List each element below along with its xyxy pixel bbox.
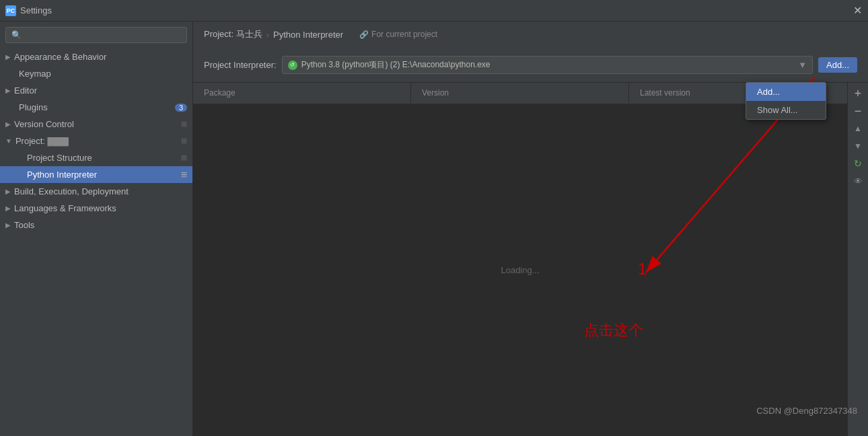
copy-icon: ⊞	[181, 137, 187, 145]
table-body: Loading...	[193, 104, 847, 436]
link-icon: 🔗	[359, 30, 369, 39]
interpreter-select[interactable]: ↺ Python 3.8 (python项目) (2) E:\Anaconda\…	[282, 56, 813, 74]
for-current-project: 🔗 For current project	[359, 30, 437, 39]
plugins-badge: 3	[175, 104, 187, 112]
sidebar-item-label: Build, Execution, Deployment	[14, 186, 129, 196]
copy-icon: ⊞	[181, 120, 187, 129]
sidebar-item-label: Plugins	[19, 102, 48, 112]
col-version: Version	[411, 83, 629, 103]
copy-icon: ⊞	[181, 170, 187, 179]
expand-arrow-icon	[5, 188, 11, 195]
sidebar-item-label: Tools	[14, 220, 34, 230]
sidebar-item-label: Python Interpreter	[27, 170, 97, 180]
copy-icon: ⊞	[181, 153, 187, 162]
scroll-up-button[interactable]: ▲	[850, 120, 866, 137]
sidebar-item-tools[interactable]: Tools	[0, 217, 192, 233]
col-package: Package	[193, 83, 411, 103]
sidebar-item-project-structure[interactable]: Project Structure ⊞	[0, 149, 192, 166]
interpreter-value: Python 3.8 (python项目) (2) E:\Anaconda\py…	[301, 59, 491, 71]
python-running-icon: ↺	[288, 61, 297, 70]
dropdown-show-all-item[interactable]: Show All...	[746, 101, 826, 119]
expand-arrow-icon	[5, 53, 11, 61]
search-box[interactable]: 🔍	[5, 27, 187, 43]
breadcrumb-separator: ›	[266, 30, 269, 40]
sidebar-item-label: Version Control	[14, 119, 74, 129]
interpreter-dropdown: Add... Show All...	[746, 82, 826, 120]
sidebar: 🔍 Appearance & Behavior Keymap Editor Pl…	[0, 22, 193, 436]
sidebar-item-appearance[interactable]: Appearance & Behavior	[0, 48, 192, 65]
chevron-down-icon: ▼	[798, 60, 807, 70]
expand-arrow-icon	[5, 205, 11, 212]
packages-table: Package Version Latest version Loading..…	[193, 83, 847, 436]
scroll-down-button[interactable]: ▼	[850, 138, 866, 154]
close-button[interactable]: ✕	[852, 5, 863, 16]
expand-arrow-icon	[5, 120, 11, 128]
breadcrumb: Project: 马士兵 › Python Interpreter	[204, 28, 343, 40]
sidebar-item-editor[interactable]: Editor	[0, 82, 192, 99]
sidebar-item-build-execution[interactable]: Build, Execution, Deployment	[0, 183, 192, 200]
remove-package-button[interactable]: −	[850, 103, 866, 119]
sidebar-item-languages-frameworks[interactable]: Languages & Frameworks	[0, 200, 192, 217]
dropdown-add-item[interactable]: Add...	[746, 83, 826, 101]
sidebar-item-plugins[interactable]: Plugins 3	[0, 99, 192, 116]
packages-section: Package Version Latest version Loading..…	[193, 83, 868, 436]
add-interpreter-button[interactable]: Add...	[818, 57, 857, 73]
add-package-button[interactable]: +	[850, 85, 866, 102]
sidebar-item-python-interpreter[interactable]: Python Interpreter ⊞	[0, 166, 192, 183]
expand-arrow-icon	[5, 137, 12, 145]
sidebar-item-label: Languages & Frameworks	[14, 203, 116, 213]
search-icon: 🔍	[11, 30, 22, 40]
main-layout: 🔍 Appearance & Behavior Keymap Editor Pl…	[0, 22, 868, 436]
title-bar: PC Settings ✕	[0, 0, 868, 22]
expand-arrow-icon	[5, 87, 11, 94]
sidebar-item-label: Project: ████	[15, 136, 69, 146]
sidebar-item-label: Editor	[14, 85, 37, 96]
side-buttons: + − ▲ ▼ ↻ 👁	[847, 83, 868, 436]
eye-button[interactable]: 👁	[850, 173, 866, 189]
breadcrumb-project: Project: 马士兵	[204, 28, 262, 40]
content-header: Project: 马士兵 › Python Interpreter 🔗 For …	[193, 22, 868, 48]
watermark: CSDN @Deng872347348	[756, 406, 857, 416]
loading-text: Loading...	[501, 265, 539, 275]
window-title: Settings	[20, 5, 52, 15]
sidebar-item-project[interactable]: Project: ████ ⊞	[0, 133, 192, 149]
sidebar-item-label: Project Structure	[27, 153, 92, 163]
interpreter-label: Project Interpreter:	[204, 60, 277, 70]
for-current-project-label: For current project	[371, 30, 437, 39]
sidebar-item-label: Appearance & Behavior	[14, 52, 106, 62]
breadcrumb-current: Python Interpreter	[273, 30, 343, 40]
app-icon: PC	[5, 5, 16, 16]
refresh-button[interactable]: ↻	[850, 155, 866, 172]
sidebar-item-label: Keymap	[19, 69, 51, 79]
expand-arrow-icon	[5, 221, 11, 229]
interpreter-row: Project Interpreter: ↺ Python 3.8 (pytho…	[193, 48, 868, 83]
sidebar-item-version-control[interactable]: Version Control ⊞	[0, 116, 192, 133]
sidebar-item-keymap[interactable]: Keymap	[0, 65, 192, 82]
